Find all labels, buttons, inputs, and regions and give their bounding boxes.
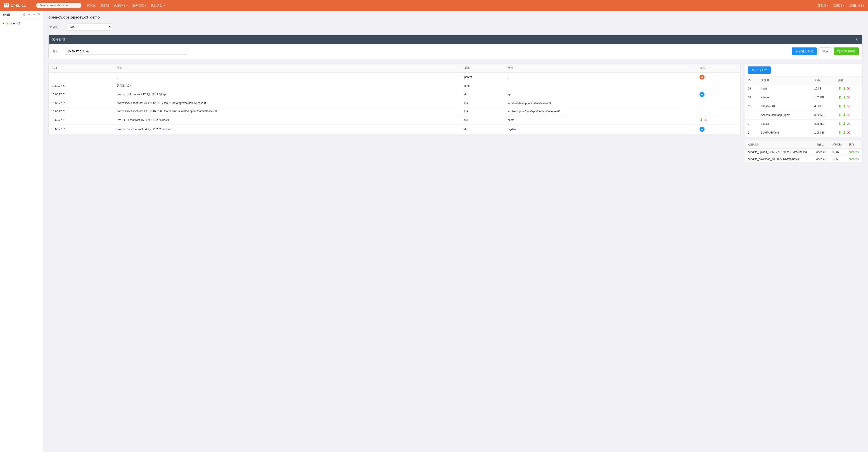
file-delete-icon[interactable]: ✕ — [847, 121, 850, 126]
upload-file-row: 19 hosts 158 B ⬆ ⬇ ✕ — [745, 84, 862, 93]
btn-reset[interactable]: 重置 — [818, 47, 832, 55]
nav-exec-history[interactable]: 执行历史 ▾ — [151, 3, 165, 7]
file-upload-icon[interactable]: ⬆ — [838, 112, 841, 118]
right-panel: ⊕ 上传文件 ID 文件名 大小 操作 — [745, 64, 863, 163]
cell-type: link — [462, 99, 505, 107]
file-upload-icon[interactable]: ⬆ — [838, 121, 841, 126]
file-delete-icon[interactable]: ✕ — [847, 104, 850, 109]
table-row: 10.60.77.61 drwxr-xr-x 3 root root 17 3月… — [49, 90, 740, 99]
file-size: 45.0 B — [812, 102, 836, 111]
upload-file-row: 2 SUMMARY.md 1.08 KB ⬆ ⬇ ✕ — [745, 128, 862, 137]
address-input[interactable] — [65, 48, 187, 55]
upload-col-name: 文件名 — [758, 76, 812, 84]
cell-info: .. — [114, 72, 462, 82]
upload-file-button[interactable]: ⊕ 上传文件 — [748, 66, 771, 74]
task-status: success — [846, 149, 862, 156]
cell-action: ▶ — [697, 125, 740, 134]
back-icon[interactable]: ◀ — [700, 74, 705, 79]
nav-right: 管理员 ▾ 连接器 ▾ OPEN-C3 ▾ — [817, 3, 864, 7]
file-table: 主机 信息 类型 路径 操作 .. parent . — [49, 64, 740, 134]
file-name: SUMMARY.md — [758, 128, 812, 137]
file-action: ⬆ ⬇ ✕ — [835, 128, 862, 137]
exec-account-select[interactable]: root — [67, 24, 112, 31]
nav-pipeline[interactable]: 流水线 — [100, 3, 109, 7]
file-table-header-row: 主机 信息 类型 路径 操作 — [49, 64, 740, 72]
page-title: open-c3.ops.opsdev.c3_demo — [49, 15, 863, 20]
nav-open-c3[interactable]: OPEN-C3 ▾ — [849, 4, 864, 7]
cell-host: 10.60.77.61 — [49, 82, 114, 90]
logo-text: OPEN-C3 — [11, 4, 26, 7]
cell-path: foo.backup -> /data/app/foo/data/release… — [505, 107, 696, 116]
file-manager-refresh-icon[interactable]: ↻ — [856, 38, 859, 41]
file-action: ⬆ ⬇ ✕ — [835, 111, 862, 120]
status-badge: success — [849, 151, 859, 154]
file-size: 298 MB — [812, 120, 836, 128]
file-name: abc.tar — [758, 120, 812, 128]
cell-info: 总用量 4.0K — [114, 82, 462, 90]
file-download-icon[interactable]: ⬇ — [842, 86, 846, 91]
two-col: 主机 信息 类型 路径 操作 .. parent . — [49, 64, 863, 163]
cell-type: link — [462, 107, 505, 116]
file-download-icon[interactable]: ⬇ — [842, 95, 846, 100]
logo: C3 OPEN-C3 — [4, 3, 31, 7]
file-upload-icon[interactable]: ⬆ — [838, 130, 841, 135]
file-upload-icon[interactable]: ⬆ — [838, 86, 841, 91]
col-info: 信息 — [114, 64, 462, 72]
sidebar-tree: ▶ ▣ open-c3 — [0, 19, 43, 28]
file-download-icon[interactable]: ⬇ — [842, 104, 846, 109]
file-delete-icon[interactable]: ✕ — [847, 95, 850, 100]
file-size: 1.08 KB — [812, 128, 836, 137]
cell-type: dir — [462, 125, 505, 134]
search-input[interactable] — [36, 3, 82, 8]
upload-circle-icon: ⊕ — [751, 68, 754, 72]
file-delete-icon[interactable]: ✕ — [847, 86, 850, 91]
cell-action — [697, 82, 740, 90]
file-delete-icon[interactable]: ✕ — [847, 130, 850, 135]
file-delete-icon[interactable]: ✕ — [847, 112, 850, 118]
sidebar-minus-icon[interactable]: － — [32, 13, 35, 17]
file-upload-icon[interactable]: ⬆ — [838, 104, 841, 109]
file-upload-icon[interactable]: ⬆ — [838, 95, 841, 100]
file-download-icon[interactable]: ⬇ — [842, 112, 846, 118]
top-nav: C3 OPEN-C3 仪表盘 流水线 快速执行 ▾ 业务管理 ▾ 执行历史 ▾ … — [0, 0, 868, 11]
nav-biz-mgmt[interactable]: 业务管理 ▾ — [132, 3, 147, 7]
file-download-icon[interactable]: ⬇ — [842, 130, 846, 135]
nav-admin[interactable]: 管理员 ▾ — [817, 3, 829, 7]
nav-links: 仪表盘 流水线 快速执行 ▾ 业务管理 ▾ 执行历史 ▾ — [87, 3, 812, 7]
cell-path: mydan — [505, 125, 696, 134]
col-action: 操作 — [697, 64, 740, 72]
cell-path — [505, 82, 696, 90]
col-host: 主机 — [49, 64, 114, 72]
file-table-head: 主机 信息 类型 路径 操作 — [49, 64, 740, 72]
task-operator: open-c3 — [813, 156, 830, 163]
cell-action: ◀ — [697, 72, 740, 82]
table-row: 10.60.77.61 总用量 4.0K other — [49, 82, 740, 90]
sidebar-locate-icon[interactable]: ⊙ — [23, 13, 26, 17]
file-action: ⬆ ⬇ ✕ — [835, 102, 862, 111]
nav-connector[interactable]: 连接器 ▾ — [833, 3, 844, 7]
upload-file-row: 18 aliases 1.52 KB ⬆ ⬇ ✕ — [745, 93, 862, 102]
task-row: sendfile_download_10.60.77.61/tmp/hosts … — [745, 156, 862, 163]
btn-manual-query[interactable]: 手动输入查询 — [792, 47, 817, 55]
tasks-col-status: 状态 — [846, 141, 862, 149]
cell-info: lrwxrwxrwx 1 root root 29 3月 16 19:08 fo… — [114, 107, 462, 116]
file-download-icon[interactable]: ⬇ — [842, 121, 846, 126]
navigate-icon[interactable]: ▶ — [700, 127, 705, 132]
navigate-icon[interactable]: ▶ — [700, 92, 705, 97]
sidebar-add-icon[interactable]: ＋ — [27, 13, 31, 17]
address-row: 地址 手动输入查询 重置 打开主机终端 — [52, 47, 859, 55]
sidebar-title: TREE — [3, 13, 10, 16]
col-path: 路径 — [505, 64, 696, 72]
upload-file-row: 3 abc.tar 298 MB ⬆ ⬇ ✕ — [745, 120, 862, 128]
tree-item-open-c3[interactable]: ▶ ▣ open-c3 — [0, 21, 43, 26]
tasks-col-duration: 耗时(秒) — [830, 141, 846, 149]
nav-quick-exec[interactable]: 快速执行 ▾ — [114, 3, 128, 7]
tasks-table-body: sendfile_upload_10.60.77.61/tmp/SUMMARY.… — [745, 149, 862, 163]
nav-dashboard[interactable]: 仪表盘 — [87, 3, 96, 7]
delete-icon[interactable]: ✕ — [704, 118, 707, 123]
btn-open-terminal[interactable]: 打开主机终端 — [834, 47, 859, 55]
sidebar-refresh-icon[interactable]: ↻ — [37, 13, 40, 17]
download-icon[interactable]: ⬇ — [700, 118, 703, 123]
action-icons: ⬇ ✕ — [700, 118, 738, 123]
tasks-col-operator: 操作人 — [813, 141, 830, 149]
